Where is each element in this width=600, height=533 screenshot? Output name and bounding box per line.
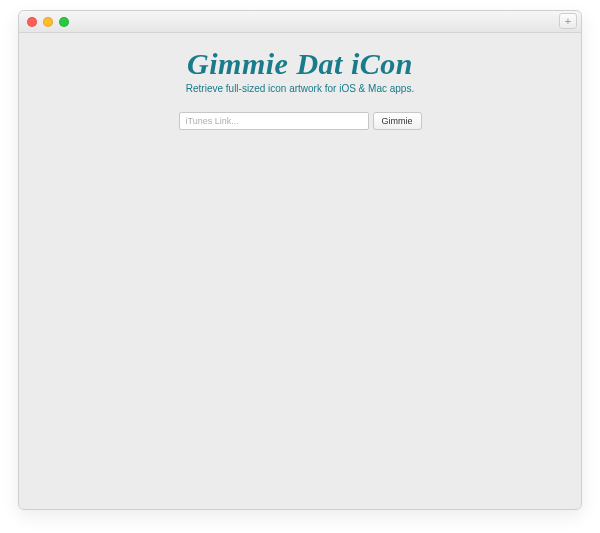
maximize-icon[interactable] (59, 17, 69, 27)
gimmie-button[interactable]: Gimmie (373, 112, 422, 130)
new-tab-button[interactable]: + (559, 13, 577, 29)
close-icon[interactable] (27, 17, 37, 27)
minimize-icon[interactable] (43, 17, 53, 27)
app-window: + Gimmie Dat iCon Retrieve full-sized ic… (18, 10, 582, 510)
titlebar: + (19, 11, 581, 33)
page-title: Gimmie Dat iCon (187, 47, 413, 81)
traffic-lights (27, 17, 69, 27)
plus-icon: + (565, 16, 571, 27)
itunes-link-input[interactable] (179, 112, 369, 130)
content-area: Gimmie Dat iCon Retrieve full-sized icon… (19, 33, 581, 509)
page-subtitle: Retrieve full-sized icon artwork for iOS… (186, 83, 414, 94)
search-form: Gimmie (179, 112, 422, 130)
